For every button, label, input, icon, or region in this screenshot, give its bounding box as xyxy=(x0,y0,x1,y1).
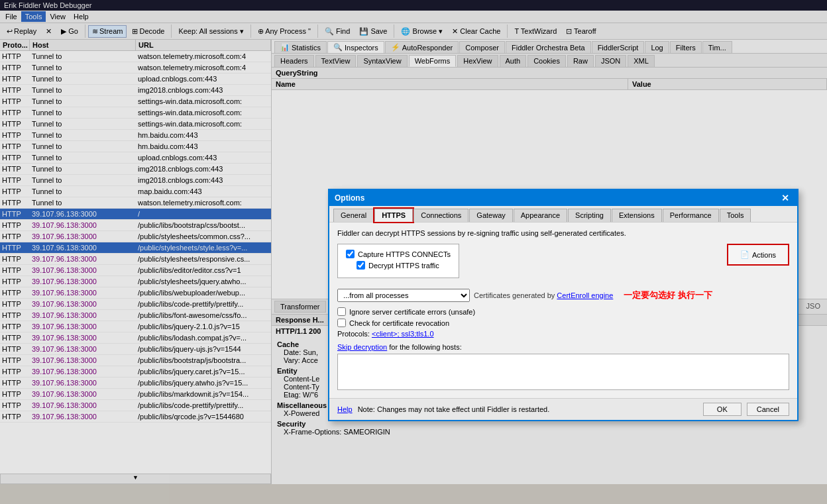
dialog-title-text: Options xyxy=(335,193,364,203)
process-dropdown[interactable]: ...from all processes ...from browsers o… xyxy=(337,289,470,302)
dialog-tab-performance[interactable]: Performance xyxy=(663,209,719,222)
skip-decryption-suffix: for the following hosts: xyxy=(389,343,461,351)
decrypt-https-label: Decrypt HTTPS traffic xyxy=(368,262,439,270)
dialog-overlay: Options ✕ General HTTPS Connections Gate… xyxy=(0,0,827,484)
dialog-tabs: General HTTPS Connections Gateway Appear… xyxy=(329,206,797,223)
ignore-cert-checkbox[interactable] xyxy=(337,307,346,316)
skip-decryption-label: Skip decryption for the following hosts: xyxy=(337,343,789,351)
footer-note: Note: Changes may not take effect until … xyxy=(358,405,698,413)
skip-hosts-textarea[interactable] xyxy=(337,354,789,390)
dialog-tab-tools[interactable]: Tools xyxy=(720,209,751,222)
check-revocation-checkbox[interactable] xyxy=(337,319,346,327)
protocols-label: Protocols: xyxy=(337,330,372,338)
cert-info: Certificates generated by CertEnroll eng… xyxy=(474,291,613,299)
actions-label: Actions xyxy=(752,251,776,259)
protocols-row: Protocols: <client>; ssl3;tls1.0 xyxy=(337,330,789,338)
dialog-tab-appearance[interactable]: Appearance xyxy=(514,209,567,222)
dialog-tab-https[interactable]: HTTPS xyxy=(374,209,413,222)
dialog-tab-scripting[interactable]: Scripting xyxy=(568,209,611,222)
dialog-tab-connections[interactable]: Connections xyxy=(414,209,469,222)
capture-https-label: Capture HTTPS CONNECTs xyxy=(358,250,451,258)
dialog-tab-extensions[interactable]: Extensions xyxy=(612,209,662,222)
dialog-close-button[interactable]: ✕ xyxy=(779,193,792,203)
actions-button[interactable]: 📄 Actions xyxy=(727,244,789,266)
options-dialog: Options ✕ General HTTPS Connections Gate… xyxy=(328,189,799,421)
ignore-cert-row: Ignore server certificate errors (unsafe… xyxy=(337,307,789,316)
footer-help-link[interactable]: Help xyxy=(337,405,353,413)
capture-https-row: Capture HTTPS CONNECTs xyxy=(346,250,451,258)
dialog-content: Fiddler can decrypt HTTPS sessions by re… xyxy=(329,223,797,398)
chinese-note: 一定要勾选好 执行一下 xyxy=(624,289,712,301)
dialog-description: Fiddler can decrypt HTTPS sessions by re… xyxy=(337,229,789,237)
dialog-cancel-button[interactable]: Cancel xyxy=(747,403,789,416)
dialog-title-bar: Options ✕ xyxy=(329,190,797,206)
dialog-tab-gateway[interactable]: Gateway xyxy=(469,209,512,222)
dialog-ok-button[interactable]: OK xyxy=(703,403,742,416)
check-revocation-row: Check for certificate revocation xyxy=(337,319,789,327)
dropdown-row: ...from all processes ...from browsers o… xyxy=(337,289,789,302)
check-revocation-label: Check for certificate revocation xyxy=(349,319,449,327)
capture-https-checkbox[interactable] xyxy=(346,250,355,258)
cert-link[interactable]: CertEnroll engine xyxy=(557,291,613,299)
decrypt-https-checkbox[interactable] xyxy=(357,261,365,270)
protocols-value[interactable]: <client>; ssl3;tls1.0 xyxy=(372,330,434,338)
ignore-cert-label: Ignore server certificate errors (unsafe… xyxy=(349,308,475,316)
dialog-tab-general[interactable]: General xyxy=(333,209,374,222)
decrypt-https-row: Decrypt HTTPS traffic xyxy=(346,261,451,270)
https-checkboxes-section: Capture HTTPS CONNECTs Decrypt HTTPS tra… xyxy=(337,244,459,278)
skip-decryption-link[interactable]: Skip decryption xyxy=(337,343,387,351)
actions-icon: 📄 xyxy=(740,250,749,259)
dialog-footer: Help Note: Changes may not take effect u… xyxy=(329,398,797,420)
